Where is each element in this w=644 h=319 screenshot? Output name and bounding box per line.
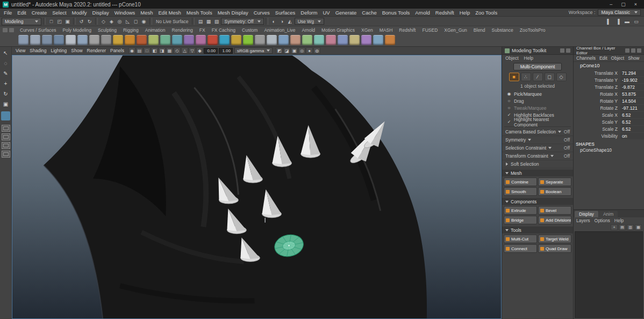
tool-icon[interactable]: ↖: [1, 48, 10, 58]
shelf-tab[interactable]: Rendering: [169, 27, 196, 33]
shelf-tool-icon[interactable]: [278, 35, 289, 45]
layer-editor-menu-item[interactable]: Layers: [576, 218, 590, 223]
shelf-tool-icon[interactable]: [137, 35, 147, 45]
close-panel-icon[interactable]: [566, 48, 570, 53]
selected-node-name[interactable]: pCone10: [574, 62, 644, 69]
status-icon[interactable]: ◰: [55, 18, 63, 25]
tool-icon[interactable]: ↻: [1, 89, 10, 98]
option-toggle-icon[interactable]: ✓: [506, 112, 512, 117]
channel-value[interactable]: 53.875: [620, 91, 644, 97]
shelf-tab[interactable]: FX Caching: [209, 27, 239, 33]
channel-value[interactable]: 6.52: [620, 112, 644, 118]
channel-row[interactable]: Scale Z 6.52: [574, 125, 644, 132]
shelf-tool-icon[interactable]: [77, 35, 88, 45]
status-icon[interactable]: ▧: [212, 18, 220, 25]
shelf-tab[interactable]: Poly Modeling: [60, 27, 95, 33]
menu-item[interactable]: Mesh: [138, 10, 155, 16]
panel-toolbar-icon[interactable]: ◧: [151, 47, 158, 54]
channel-row[interactable]: Rotate Z -97.121: [574, 104, 644, 111]
panel-toolbar-icon[interactable]: ◪: [283, 47, 290, 54]
menu-item[interactable]: Generate: [333, 10, 360, 16]
shelf-tab[interactable]: Custom: [239, 27, 261, 33]
menu-item[interactable]: Edit Mesh: [156, 10, 184, 16]
snap-icon[interactable]: ◻: [132, 18, 140, 25]
tool-icon[interactable]: ✎: [1, 69, 10, 78]
shelf-tool-icon[interactable]: [267, 35, 277, 45]
shelf-tool-icon[interactable]: [361, 35, 371, 45]
shelf-tab[interactable]: Motion Graphics: [318, 27, 358, 33]
panel-toolbar-icon[interactable]: ◆: [196, 47, 203, 54]
menu-item[interactable]: Modify: [69, 10, 90, 16]
layer-list[interactable]: [575, 231, 643, 318]
shelf-tab[interactable]: Animation_Live: [261, 27, 298, 33]
group-separator[interactable]: [95, 18, 98, 25]
toolkit-menu-item[interactable]: Object: [505, 55, 519, 61]
shelf-tool-icon[interactable]: [207, 35, 218, 45]
panel-menu-item[interactable]: Shading: [27, 48, 48, 53]
channel-row[interactable]: Translate Z -9.872: [574, 83, 644, 90]
shelf-tool-icon[interactable]: [219, 35, 230, 45]
face-mode-icon[interactable]: ◻: [545, 73, 555, 81]
extra-select[interactable]: Use Wg: [295, 18, 324, 25]
channel-row[interactable]: Visibility on: [574, 132, 644, 139]
panel-toolbar-icon[interactable]: ◇: [174, 47, 181, 54]
shelf-tab[interactable]: Substance: [489, 27, 517, 33]
channel-value[interactable]: -19.902: [620, 77, 644, 83]
shelf-tool-icon[interactable]: [42, 35, 52, 45]
workspace-select[interactable]: Maya Classic: [598, 9, 641, 16]
shelf-menu-icon[interactable]: [3, 28, 8, 32]
menu-item[interactable]: Deform: [298, 10, 320, 16]
shelf-tab[interactable]: ZooToolsPro: [517, 27, 549, 33]
menu-item[interactable]: Create: [29, 10, 50, 16]
shelf-tool-icon[interactable]: [373, 35, 383, 45]
option-row[interactable]: ○ Drag: [502, 97, 573, 104]
render-icon[interactable]: ◑: [278, 18, 286, 25]
menu-item[interactable]: Surfaces: [273, 10, 298, 16]
layer-action-icon[interactable]: ▤: [619, 224, 626, 230]
menu-item[interactable]: Bonus Tools: [380, 10, 413, 16]
shelf-tool-icon[interactable]: [326, 35, 336, 45]
status-icon[interactable]: ↺: [77, 18, 85, 25]
channel-row[interactable]: Scale Y 6.52: [574, 118, 644, 125]
status-icon[interactable]: □: [47, 18, 55, 25]
pin-icon[interactable]: [560, 48, 564, 53]
shelf-tab[interactable]: Sculpting: [95, 27, 120, 33]
channel-box-menu-item[interactable]: Object: [611, 55, 625, 61]
snap-icon[interactable]: ◎: [116, 18, 124, 25]
toolkit-button[interactable]: Combine: [504, 178, 537, 186]
toolkit-button[interactable]: Smooth: [504, 187, 537, 196]
layer-editor-menu-item[interactable]: Options: [595, 218, 610, 223]
menu-item[interactable]: Redshift: [433, 10, 457, 16]
toolkit-button[interactable]: Bridge: [504, 216, 537, 224]
panel-menu-item[interactable]: Renderer: [85, 48, 108, 53]
layout-button[interactable]: [2, 125, 10, 132]
shelf-tool-icon[interactable]: [290, 35, 300, 45]
shelf-tool-icon[interactable]: [89, 35, 99, 45]
option-row[interactable]: ◉ Pick/Marquee: [502, 90, 573, 97]
group-separator[interactable]: [266, 18, 268, 25]
selection-constraint-row[interactable]: Selection Constraint Off: [502, 144, 573, 152]
toolkit-menu-item[interactable]: Help: [524, 55, 533, 61]
shelf-tab[interactable]: FX: [196, 27, 209, 33]
gamma-field[interactable]: 1.00: [219, 48, 233, 54]
shelf-tab[interactable]: Curves / Surfaces: [17, 27, 60, 33]
sidebar-toggle-icon[interactable]: ▭: [632, 18, 640, 25]
shelf-tool-icon[interactable]: [243, 35, 253, 45]
shelf-tab[interactable]: MASH: [376, 27, 396, 33]
panel-toolbar-icon[interactable]: △: [181, 47, 188, 54]
channel-value[interactable]: 71.294: [620, 70, 644, 76]
tab-anim[interactable]: Anim: [599, 211, 618, 217]
channel-box-menu-item[interactable]: Edit: [599, 55, 607, 61]
sidebar-toggle-icon[interactable]: ▐: [614, 18, 622, 25]
layout-button[interactable]: [2, 151, 10, 158]
render-icon[interactable]: ◐: [270, 18, 278, 25]
shelf-tab[interactable]: XGen_Gun: [441, 27, 470, 33]
shelf-tool-icon[interactable]: [148, 35, 159, 45]
group-separator[interactable]: [192, 18, 195, 25]
channel-value[interactable]: 6.52: [620, 126, 644, 132]
active-tool-slot[interactable]: [1, 111, 10, 120]
shelf-tool-icon[interactable]: [302, 35, 312, 45]
menu-item[interactable]: Select: [49, 10, 69, 16]
layout-button[interactable]: [2, 133, 10, 140]
shape-node-name[interactable]: pConeShape10: [574, 147, 644, 153]
